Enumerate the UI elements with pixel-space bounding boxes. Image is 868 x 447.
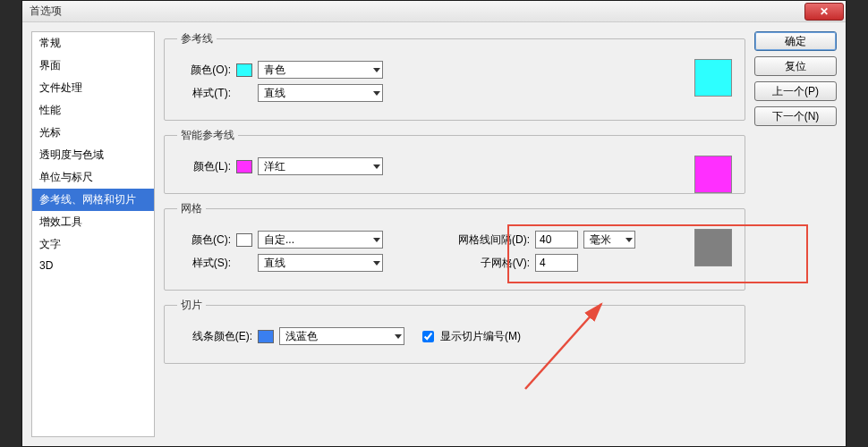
- sidebar-item-general[interactable]: 常规: [32, 32, 154, 55]
- dialog-buttons: 确定 复位 上一个(P) 下一个(N): [754, 31, 837, 437]
- slices-color-value: 浅蓝色: [285, 329, 318, 344]
- slices-color-label: 线条颜色(E):: [177, 329, 252, 344]
- sidebar-item-interface[interactable]: 界面: [32, 55, 154, 77]
- close-button[interactable]: ✕: [804, 3, 844, 21]
- sidebar-item-performance[interactable]: 性能: [32, 99, 154, 122]
- guides-color-preview[interactable]: [694, 59, 732, 97]
- grid-group: 网格 颜色(C): 自定... 网格线间隔(D): 40 毫米: [164, 201, 745, 291]
- grid-spacing-unit-select[interactable]: 毫米: [583, 231, 635, 249]
- slices-color-select[interactable]: 浅蓝色: [279, 327, 404, 345]
- smart-guides-group: 智能参考线 颜色(L): 洋红: [164, 128, 745, 194]
- prev-button[interactable]: 上一个(P): [754, 81, 837, 101]
- guides-style-value: 直线: [264, 86, 285, 101]
- grid-color-swatch[interactable]: [236, 233, 252, 247]
- reset-button[interactable]: 复位: [754, 56, 837, 76]
- chevron-down-icon: [395, 334, 402, 339]
- grid-spacing-input[interactable]: 40: [535, 231, 578, 249]
- grid-style-label: 样式(S):: [177, 256, 231, 271]
- smart-guides-color-value: 洋红: [264, 159, 285, 174]
- grid-legend: 网格: [177, 201, 206, 216]
- grid-color-value: 自定...: [264, 232, 294, 248]
- guides-style-label: 样式(T):: [177, 86, 231, 101]
- smart-guides-color-swatch[interactable]: [236, 160, 252, 173]
- sidebar-item-cursors[interactable]: 光标: [32, 122, 154, 144]
- chevron-down-icon: [373, 238, 380, 242]
- guides-style-select[interactable]: 直线: [258, 84, 383, 102]
- slices-show-number-checkbox[interactable]: 显示切片编号(M): [419, 328, 521, 345]
- guides-color-label: 颜色(O):: [177, 63, 231, 78]
- chevron-down-icon: [373, 261, 380, 266]
- guides-group: 参考线 颜色(O): 青色 样式(T): 直线: [164, 31, 745, 121]
- guides-color-swatch[interactable]: [236, 63, 252, 77]
- grid-style-value: 直线: [264, 256, 285, 271]
- smart-guides-color-label: 颜色(L):: [177, 159, 231, 174]
- window-title: 首选项: [30, 4, 62, 19]
- main-panel: 参考线 颜色(O): 青色 样式(T): 直线: [164, 31, 745, 437]
- sidebar-item-guides-grid-slices[interactable]: 参考线、网格和切片: [32, 189, 154, 211]
- window-body: 常规 界面 文件处理 性能 光标 透明度与色域 单位与标尺 参考线、网格和切片 …: [22, 22, 846, 446]
- sidebar-item-transparency[interactable]: 透明度与色域: [32, 144, 154, 166]
- sidebar-item-type[interactable]: 文字: [32, 233, 154, 256]
- slices-legend: 切片: [177, 298, 206, 313]
- preferences-window: 首选项 ✕ 常规 界面 文件处理 性能 光标 透明度与色域 单位与标尺 参考线、…: [21, 0, 847, 447]
- sidebar-item-plugins[interactable]: 增效工具: [32, 211, 154, 233]
- grid-spacing-unit-value: 毫米: [590, 232, 611, 248]
- slices-show-number-label: 显示切片编号(M): [440, 329, 521, 344]
- ok-button[interactable]: 确定: [754, 31, 837, 51]
- chevron-down-icon: [373, 91, 380, 96]
- grid-style-select[interactable]: 直线: [258, 254, 383, 272]
- smart-guides-legend: 智能参考线: [177, 128, 238, 143]
- grid-subdiv-label: 子网格(V):: [440, 256, 530, 271]
- next-button[interactable]: 下一个(N): [754, 106, 837, 126]
- grid-color-preview[interactable]: [694, 229, 732, 266]
- titlebar: 首选项 ✕: [22, 1, 846, 22]
- close-icon: ✕: [820, 5, 829, 18]
- guides-legend: 参考线: [177, 31, 217, 46]
- chevron-down-icon: [373, 68, 380, 72]
- sidebar-item-filehandling[interactable]: 文件处理: [32, 77, 154, 99]
- smart-guides-color-select[interactable]: 洋红: [258, 157, 383, 175]
- smart-guides-color-preview[interactable]: [694, 156, 732, 193]
- grid-color-label: 颜色(C):: [177, 232, 231, 248]
- chevron-down-icon: [373, 164, 380, 169]
- guides-color-value: 青色: [264, 63, 285, 78]
- chevron-down-icon: [625, 238, 633, 242]
- slices-show-number-input[interactable]: [422, 331, 434, 342]
- grid-spacing-label: 网格线间隔(D):: [440, 232, 530, 248]
- sidebar-item-units[interactable]: 单位与标尺: [32, 166, 154, 189]
- slices-group: 切片 线条颜色(E): 浅蓝色 显示切片编号(M): [164, 298, 745, 364]
- category-sidebar: 常规 界面 文件处理 性能 光标 透明度与色域 单位与标尺 参考线、网格和切片 …: [31, 31, 155, 437]
- grid-subdiv-input[interactable]: 4: [535, 254, 578, 272]
- sidebar-item-3d[interactable]: 3D: [32, 256, 154, 275]
- grid-color-select[interactable]: 自定...: [258, 231, 383, 249]
- guides-color-select[interactable]: 青色: [258, 61, 383, 79]
- slices-color-swatch[interactable]: [258, 330, 274, 343]
